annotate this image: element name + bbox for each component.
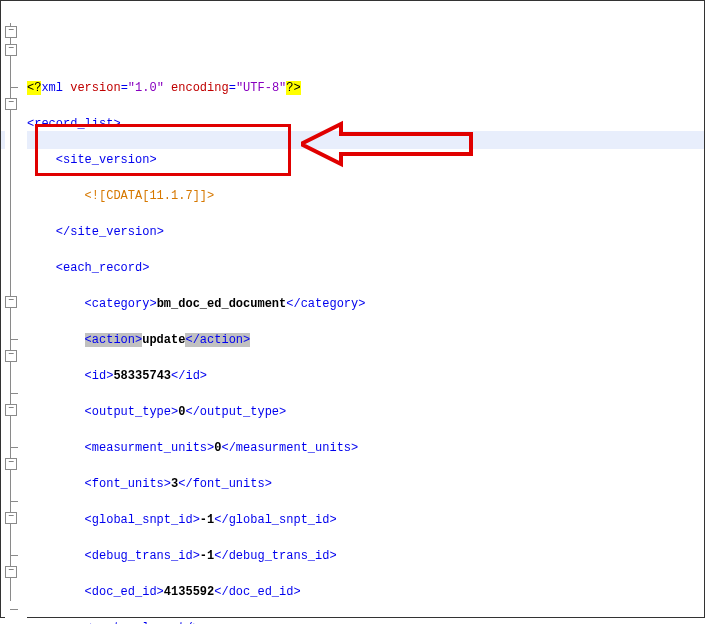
fold-icon[interactable] (5, 44, 17, 56)
code-line[interactable]: <site_version> (27, 151, 700, 169)
code-line[interactable]: <global_snpt_id>-1</global_snpt_id> (27, 511, 700, 529)
fold-icon[interactable] (5, 98, 17, 110)
code-line[interactable]: <![CDATA[11.1.7]]> (27, 187, 700, 205)
fold-icon[interactable] (5, 458, 17, 470)
code-line[interactable]: <action>update</action> (27, 331, 700, 349)
fold-icon[interactable] (5, 296, 17, 308)
code-line[interactable]: <output_type>0</output_type> (27, 403, 700, 421)
fold-icon[interactable] (5, 512, 17, 524)
code-editor-frame: <?xml version="1.0" encoding="UTF-8"?> <… (0, 0, 705, 618)
xml-code-editor[interactable]: <?xml version="1.0" encoding="UTF-8"?> <… (5, 5, 700, 624)
code-line[interactable]: <custom_layout/> (27, 619, 700, 624)
code-line[interactable]: <doc_ed_id>4135592</doc_ed_id> (27, 583, 700, 601)
code-line[interactable]: <id>58335743</id> (27, 367, 700, 385)
fold-icon[interactable] (5, 566, 17, 578)
code-line[interactable]: </site_version> (27, 223, 700, 241)
code-line[interactable]: <measurment_units>0</measurment_units> (27, 439, 700, 457)
code-line[interactable]: <category>bm_doc_ed_document</category> (27, 295, 700, 313)
code-line[interactable]: <record_list> (27, 115, 700, 133)
code-line[interactable]: <each_record> (27, 259, 700, 277)
fold-gutter (5, 5, 27, 624)
code-line[interactable]: <debug_trans_id>-1</debug_trans_id> (27, 547, 700, 565)
code-line[interactable]: <font_units>3</font_units> (27, 475, 700, 493)
fold-icon[interactable] (5, 350, 17, 362)
fold-icon[interactable] (5, 26, 17, 38)
fold-icon[interactable] (5, 404, 17, 416)
code-line[interactable]: <?xml version="1.0" encoding="UTF-8"?> (27, 79, 700, 97)
